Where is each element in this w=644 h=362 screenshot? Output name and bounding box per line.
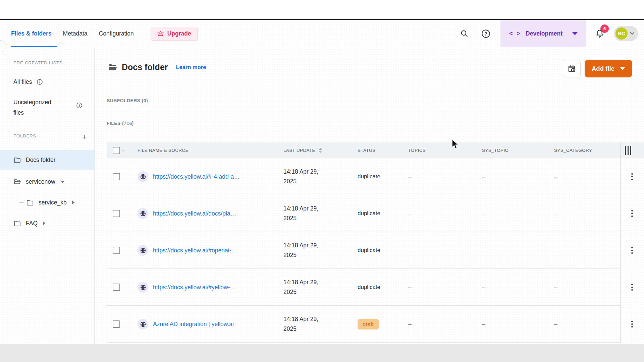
last-update-value: 14:18 Apr 29, 2025 [283, 167, 358, 186]
account-menu[interactable]: BC [614, 26, 638, 41]
last-update-value: 14:18 Apr 29, 2025 [283, 278, 358, 297]
sidebar-folder-service-kb[interactable]: service_kb [0, 193, 94, 212]
row-checkbox[interactable] [113, 210, 120, 217]
column-header-status[interactable]: STATUS [358, 148, 408, 153]
column-header-sys-topic[interactable]: SYS_TOPIC [482, 148, 554, 153]
environment-label: Development [526, 30, 562, 37]
environment-switcher[interactable]: < > Development [500, 20, 586, 47]
section-pre-created-lists: PRE CREATED LISTS [13, 60, 62, 65]
subfolders-count-label: SUBFOLDERS (0) [107, 98, 148, 103]
file-link[interactable]: https://docs.yellow.ai/#yellow-… [153, 284, 236, 291]
chevron-down-icon[interactable] [61, 181, 65, 183]
add-folder-icon[interactable]: + [82, 133, 87, 141]
schedule-button[interactable] [563, 60, 581, 77]
status-value: duplicate [358, 284, 380, 290]
chevron-down-icon[interactable] [121, 148, 125, 152]
file-link[interactable]: https://docs.yellow.ai/#-4-add-a… [153, 173, 240, 180]
sys-category-value: – [554, 173, 620, 180]
column-header-sys-category[interactable]: SYS_CATEGORY [554, 148, 620, 153]
code-icon: < > [509, 30, 521, 37]
topics-value: – [408, 173, 482, 180]
sys-category-value: – [554, 247, 620, 254]
notification-badge: 6 [600, 24, 609, 33]
column-settings-icon[interactable] [625, 146, 631, 155]
select-all-checkbox[interactable] [113, 147, 120, 154]
files-count-label: FILES (716) [107, 121, 134, 126]
help-icon[interactable]: ? [481, 29, 490, 38]
tab-configuration[interactable]: Configuration [99, 30, 134, 37]
sys-category-value: – [554, 321, 620, 328]
column-header-topics[interactable]: TOPICS [408, 148, 482, 153]
sidebar-folder-faq[interactable]: FAQ [0, 214, 94, 233]
topics-value: – [408, 284, 482, 291]
row-separator [107, 342, 620, 343]
table-body: https://docs.yellow.ai/#-4-add-a… 14:18 … [107, 158, 644, 343]
sys-topic-value: – [482, 321, 554, 328]
status-value: duplicate [358, 210, 380, 217]
chevron-right-icon[interactable] [43, 221, 45, 225]
tab-bar: Files & folders Metadata Configuration [11, 30, 134, 37]
sys-topic-value: – [482, 210, 554, 217]
file-link[interactable]: https://docs.yellow.ai/#openai-… [153, 247, 237, 254]
tab-metadata[interactable]: Metadata [63, 30, 88, 37]
table-row: https://docs.yellow.ai/#-4-add-a… 14:18 … [107, 158, 644, 195]
row-checkbox[interactable] [113, 320, 120, 328]
sidebar-folder-servicenow[interactable]: servicenow [0, 172, 94, 191]
status-value: duplicate [358, 173, 380, 180]
sidebar-item-uncategorized-files[interactable]: Uncategorized files [13, 97, 54, 118]
info-icon[interactable] [37, 79, 43, 85]
chevron-right-icon[interactable] [72, 200, 74, 204]
info-icon[interactable] [76, 102, 83, 109]
file-link[interactable]: https://docs.yellow.ai/docs/pla… [153, 210, 236, 217]
crown-icon [157, 30, 164, 37]
search-icon[interactable] [460, 29, 469, 38]
chevron-down-icon [572, 32, 578, 35]
table-header-row: FILE NAME & SOURCE LAST UPDATE STATUS TO… [107, 142, 644, 158]
row-menu-icon[interactable] [629, 319, 635, 330]
column-header-name[interactable]: FILE NAME & SOURCE [138, 148, 283, 153]
row-checkbox[interactable] [113, 173, 120, 180]
topics-value: – [408, 210, 482, 217]
sort-icon[interactable] [319, 148, 322, 153]
sys-topic-value: – [482, 284, 554, 291]
status-value: duplicate [358, 247, 380, 253]
app-window: Files & folders Metadata Configuration U… [0, 0, 644, 362]
calendar-clock-icon [568, 64, 576, 73]
globe-icon [138, 245, 148, 256]
upgrade-button[interactable]: Upgrade [151, 27, 198, 41]
topics-value: – [408, 247, 482, 254]
row-menu-icon[interactable] [629, 245, 635, 256]
column-header-last-update[interactable]: LAST UPDATE [283, 148, 358, 153]
folder-icon [26, 199, 34, 206]
folder-icon [13, 220, 21, 227]
footer-strip [0, 344, 644, 362]
sidebar-folder-docs-folder[interactable]: Docs folder [0, 150, 94, 170]
app-header: Files & folders Metadata Configuration U… [0, 20, 644, 47]
add-file-button[interactable]: Add file [585, 60, 632, 77]
active-tab-indicator [11, 46, 57, 47]
folder-icon [13, 156, 21, 164]
section-folders: FOLDERS [13, 133, 36, 138]
row-menu-icon[interactable] [629, 282, 635, 293]
sys-category-value: – [554, 284, 620, 291]
folder-open-icon [108, 63, 117, 72]
files-table: FILE NAME & SOURCE LAST UPDATE STATUS TO… [107, 142, 644, 343]
notifications-button[interactable]: 6 [595, 29, 604, 38]
header-right-cluster: ? < > Development 6 BC [460, 20, 644, 47]
learn-more-link[interactable]: Learn more [176, 64, 206, 70]
chevron-down-icon [630, 31, 634, 35]
add-file-label: Add file [592, 65, 614, 72]
row-menu-icon[interactable] [629, 208, 635, 219]
last-update-value: 14:18 Apr 29, 2025 [283, 314, 358, 334]
globe-icon [138, 208, 148, 219]
topics-value: – [408, 321, 482, 328]
file-link[interactable]: Azure AD integration | yellow.ai [153, 321, 234, 328]
globe-icon [138, 282, 148, 293]
last-update-value: 14:18 Apr 29, 2025 [283, 204, 358, 223]
sys-topic-value: – [482, 173, 554, 180]
row-checkbox[interactable] [113, 284, 120, 291]
sidebar-item-all-files[interactable]: All files [0, 75, 94, 88]
row-checkbox[interactable] [113, 247, 120, 254]
tab-files-folders[interactable]: Files & folders [11, 30, 52, 37]
row-menu-icon[interactable] [629, 171, 635, 182]
